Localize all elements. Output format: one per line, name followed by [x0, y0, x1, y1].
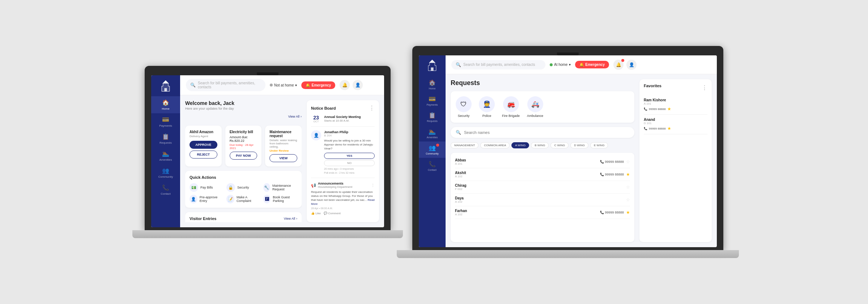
req-police[interactable]: 👮 Police	[479, 96, 495, 118]
card3-status: Under Review	[269, 149, 297, 152]
tag-d-wing[interactable]: D WING	[570, 142, 588, 148]
tag-e-wing[interactable]: E WING	[590, 142, 608, 148]
sidebar2-payments[interactable]: 💳 Payments	[419, 93, 446, 109]
contact-3-star[interactable]: ☆	[626, 185, 630, 190]
card2-due: Due today : 28 Apr 2021	[230, 143, 258, 150]
qa-preapprove[interactable]: 👤 Pre-approve Entry	[190, 195, 224, 203]
header-icons2: 🔔 👤	[613, 60, 637, 70]
emergency-btn2[interactable]: 🔔 Emergency	[575, 61, 609, 68]
ann-time: 08:00 A.M.	[321, 207, 333, 210]
approve-btn[interactable]: APPROVE	[190, 141, 217, 149]
contact-2-star[interactable]: ★	[626, 172, 630, 177]
tag-common-area[interactable]: COMMON AREA	[480, 142, 510, 148]
contact-2-name: Akshit	[455, 171, 600, 175]
preapprove-icon: 👤	[190, 195, 197, 203]
qa-preapprove-label: Pre-approve Entry	[200, 195, 224, 203]
search-bar2[interactable]: 🔍 Search for bill payments, amenities, c…	[451, 60, 545, 69]
sidebar2-home[interactable]: 🏠 Home	[419, 76, 446, 93]
profile-icon1[interactable]: 👤	[353, 80, 363, 90]
qa-maintenance[interactable]: 🔧 Maintenance Request	[263, 183, 297, 192]
fav-menu-icon[interactable]: ⋮	[702, 84, 707, 91]
requests-icon2: 📋	[429, 112, 436, 119]
sidebar1-payments-label: Payments	[159, 124, 172, 127]
tag-b-wing[interactable]: B WING	[531, 142, 549, 148]
qa-pay-bills[interactable]: 💵 Pay Bills	[190, 183, 224, 192]
laptop1-base	[132, 230, 403, 238]
fav-2-star[interactable]: ★	[667, 126, 671, 131]
notifications-icon1[interactable]: 🔔	[340, 80, 350, 90]
sidebar1-home[interactable]: 🏠 Home	[151, 96, 180, 113]
qa-parking[interactable]: 🅿 Book Guest Parking	[263, 195, 297, 203]
contact-4-star[interactable]: ☆	[626, 197, 630, 202]
req-police-circle: 👮	[479, 96, 495, 112]
yes-btn[interactable]: YES	[324, 153, 375, 159]
welcome-name: Jack	[223, 100, 234, 106]
req-fire[interactable]: 🚒 Fire Brigade	[502, 96, 520, 118]
qa-complaint[interactable]: 📝 Make A Complaint	[226, 195, 260, 203]
like-btn[interactable]: 👍 Like	[311, 212, 321, 215]
no-btn[interactable]: NO	[324, 160, 375, 166]
qa-security[interactable]: 🔒 Security	[226, 183, 260, 192]
profile-icon2[interactable]: 👤	[626, 60, 637, 70]
fav-2-phone-icon: 📞	[644, 127, 647, 130]
header-icons1: 🔔 👤	[340, 80, 363, 90]
sidebar2-contact[interactable]: 📞 Contact	[419, 158, 446, 174]
fav-1-star[interactable]: ★	[667, 106, 671, 111]
security-icon: 🔒	[226, 183, 235, 192]
sidebar2-payments-label: Payments	[426, 104, 438, 106]
fav-1-phone-num: 99999 88888	[649, 107, 666, 111]
fav-2-unit: D 101	[644, 122, 707, 125]
home-icon2: 🏠	[429, 79, 436, 86]
location-badge2[interactable]: At home ▾	[550, 63, 571, 67]
sidebar1-payments[interactable]: 💳 Payments	[151, 113, 180, 130]
tag-row: MANAGEMENT COMMON AREA A WING B WING C W…	[451, 142, 634, 148]
contact-3-info: Chirag F 002	[455, 183, 626, 191]
tag-management[interactable]: MANAGEMENT	[451, 142, 478, 148]
emergency-btn1[interactable]: 🔔 Emergency	[301, 81, 335, 89]
sidebar2-community[interactable]: 👥 Community	[419, 142, 446, 158]
sidebar1-contact[interactable]: 📞 Contact	[151, 181, 180, 198]
sidebar1-amenities[interactable]: 🏊 Amenities	[151, 147, 180, 164]
sidebar1-requests[interactable]: 📋 Requests	[151, 130, 180, 147]
ann-footer: 👍 Like 💬 Comment	[311, 212, 375, 215]
comment-btn[interactable]: 💬 Comment	[324, 212, 341, 215]
notice-event-sub: Starts at 10:30 A.M.	[324, 119, 375, 122]
logo1	[159, 80, 172, 93]
sidebar2-amenities[interactable]: 🏊 Amenities	[419, 125, 446, 142]
tag-c-wing[interactable]: C WING	[550, 142, 569, 148]
notice-menu-icon[interactable]: ⋮	[369, 105, 375, 111]
welcome-section: Welcome back, Jack Here are your updates…	[185, 100, 302, 110]
search-names-input[interactable]	[464, 130, 629, 135]
search-placeholder2: Search for bill payments, amenities, con…	[463, 63, 535, 67]
fav-2-name: Anand	[644, 118, 707, 122]
contact-list: Abbas A 101 📞 99999 88888 ☆ Akshit	[451, 153, 634, 242]
community-search[interactable]: 🔍	[451, 127, 634, 138]
view-btn[interactable]: VIEW	[269, 154, 297, 162]
view-all-btn[interactable]: View All ›	[288, 115, 302, 118]
contact-1-star[interactable]: ☆	[626, 159, 630, 164]
req-ambulance-circle: 🚑	[527, 96, 543, 112]
notifications-icon2[interactable]: 🔔	[613, 60, 624, 70]
req-ambulance[interactable]: 🚑 Ambulance	[527, 96, 543, 118]
community-icon: 👥	[162, 167, 169, 174]
tag-a-wing[interactable]: A WING	[511, 142, 529, 148]
sidebar1-community[interactable]: 👥 Community	[151, 164, 180, 181]
ann-menu-icon[interactable]: ⋮	[371, 183, 375, 187]
favorites-panel: Favorites ⋮ Ram Kishore A 101 📞 99999 88…	[639, 79, 712, 242]
amenities-icon: 🏊	[162, 150, 169, 157]
left-panel1: Welcome back, Jack Here are your updates…	[185, 100, 302, 222]
fav-1-unit: A 101	[644, 102, 707, 105]
visitor-view-all[interactable]: View All ›	[284, 217, 297, 220]
sidebar2-requests[interactable]: 📋 Requests	[419, 109, 446, 125]
contact-5-star[interactable]: ★	[626, 210, 630, 215]
payments-icon: 💳	[162, 116, 169, 123]
body1: Welcome back, Jack Here are your updates…	[180, 95, 384, 227]
requests-panel: Requests 🛡 Security 👮	[451, 79, 634, 242]
pay-now-btn[interactable]: PAY NOW	[230, 152, 258, 160]
location-badge1[interactable]: Not at home ▾	[270, 83, 297, 87]
card1-sub: Delivery Agent	[190, 135, 217, 138]
req-security[interactable]: 🛡 Security	[456, 96, 472, 118]
reject-btn[interactable]: REJECT	[190, 151, 217, 159]
welcome-greeting: Welcome back,	[185, 100, 223, 106]
search-bar1[interactable]: 🔍 Search for bill payments, amenities, c…	[186, 79, 265, 91]
